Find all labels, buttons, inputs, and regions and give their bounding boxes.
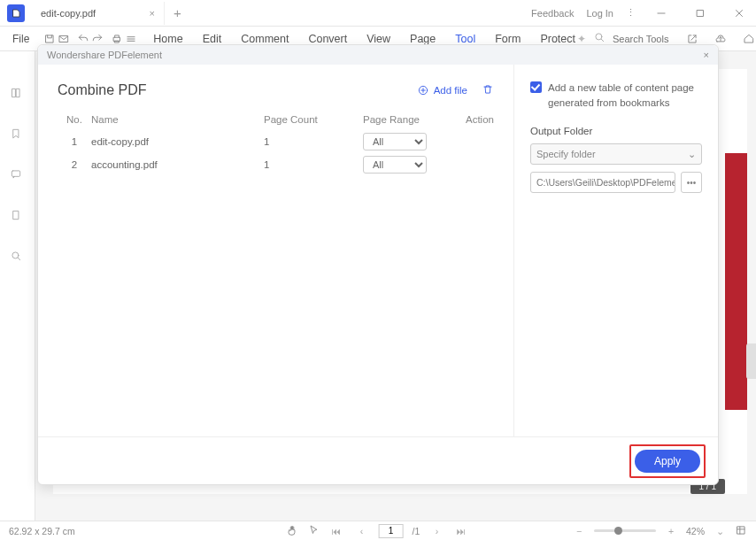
browse-button[interactable]: ••• (681, 172, 702, 193)
titlebar: edit-copy.pdf × + Feedback Log In ⋮ (0, 0, 756, 27)
feedback-link[interactable]: Feedback (531, 8, 574, 19)
delete-button[interactable] (482, 83, 494, 98)
col-name: Name (91, 114, 264, 125)
comment-icon[interactable] (10, 168, 26, 184)
menu-home[interactable]: Home (153, 33, 182, 45)
minimize-button[interactable] (648, 0, 675, 27)
cell-no: 2 (58, 159, 91, 170)
dialog-title: Combine PDF (58, 82, 146, 98)
table-row[interactable]: 1 edit-copy.pdf 1 All (58, 130, 494, 153)
cell-pagecount: 1 (264, 136, 363, 147)
output-folder-select[interactable]: Specify folder ⌄ (530, 143, 702, 165)
combine-pdf-dialog: Wondershare PDFelement × Combine PDF Add… (37, 44, 719, 485)
kebab-icon[interactable]: ⋮ (626, 7, 636, 19)
document-tab[interactable]: edit-copy.pdf × (32, 2, 165, 25)
svg-rect-7 (12, 171, 19, 176)
menu-protect[interactable]: Protect (540, 33, 575, 45)
left-rail (0, 51, 35, 521)
select-tool-icon[interactable] (308, 524, 320, 538)
statusbar: 62.92 x 29.7 cm ⏮ ‹ /1 › ⏭ − + 42% ⌄ (0, 521, 756, 540)
menu-edit[interactable]: Edit (203, 33, 222, 45)
svg-rect-8 (13, 211, 19, 219)
tab-label: edit-copy.pdf (41, 8, 96, 19)
apply-highlight: Apply (629, 444, 706, 478)
tab-close-icon[interactable]: × (150, 8, 155, 19)
file-menu[interactable]: File (5, 33, 36, 45)
cell-pagecount: 1 (264, 159, 363, 170)
cell-no: 1 (58, 136, 91, 147)
login-link[interactable]: Log In (586, 8, 613, 19)
svg-rect-3 (114, 37, 120, 41)
app-icon (7, 4, 25, 22)
fit-page-icon[interactable] (735, 524, 747, 538)
first-page-button[interactable]: ⏮ (329, 526, 345, 536)
menu-comment[interactable]: Comment (241, 33, 289, 45)
find-icon[interactable] (10, 250, 26, 266)
page-dimensions: 62.92 x 29.7 cm (9, 526, 75, 536)
dialog-brand: Wondershare PDFelement (47, 50, 162, 60)
bookmark-icon[interactable] (10, 127, 26, 143)
last-page-button[interactable]: ⏭ (453, 526, 469, 536)
thumbnails-icon[interactable] (10, 87, 26, 103)
attachment-icon[interactable] (10, 209, 26, 225)
output-path-field[interactable]: C:\Users\Geili\Desktop\PDFelement\Cc (530, 172, 675, 193)
col-action: Action (466, 114, 494, 125)
add-file-label: Add file (434, 85, 467, 96)
col-no: No. (58, 114, 91, 125)
home-icon[interactable] (738, 28, 756, 50)
add-file-button[interactable]: Add file (417, 84, 467, 96)
chevron-down-icon: ⌄ (688, 149, 696, 160)
svg-point-9 (12, 252, 18, 258)
cell-name: accounting.pdf (91, 159, 264, 170)
prev-page-button[interactable]: ‹ (354, 526, 370, 536)
menu-tool[interactable]: Tool (455, 33, 475, 45)
col-pagerange: Page Range (363, 114, 466, 125)
zoom-in-button[interactable]: + (663, 526, 679, 536)
new-tab-button[interactable]: + (165, 5, 190, 20)
zoom-slider[interactable] (594, 529, 656, 532)
side-panel-toggle[interactable] (746, 343, 756, 379)
svg-point-4 (596, 34, 602, 40)
toc-checkbox[interactable] (530, 81, 542, 93)
apply-button[interactable]: Apply (635, 450, 700, 473)
menu-page[interactable]: Page (410, 33, 436, 45)
table-row[interactable]: 2 accounting.pdf 1 All (58, 153, 494, 176)
zoom-out-button[interactable]: − (571, 526, 587, 536)
hand-tool-icon[interactable] (287, 524, 299, 538)
toc-checkbox-label: Add a new table of content page generate… (548, 81, 702, 110)
page-range-select[interactable]: All (363, 133, 427, 150)
menu-form[interactable]: Form (495, 33, 521, 45)
page-input[interactable] (379, 524, 404, 538)
wand-icon[interactable]: ✦ (577, 33, 586, 45)
svg-rect-6 (16, 89, 19, 96)
next-page-button[interactable]: › (428, 526, 444, 536)
close-window-button[interactable] (726, 0, 752, 27)
page-range-select[interactable]: All (363, 156, 427, 174)
menu-view[interactable]: View (366, 33, 390, 45)
maximize-button[interactable] (687, 0, 714, 27)
svg-rect-1 (46, 35, 53, 42)
col-pagecount: Page Count (264, 114, 363, 125)
svg-rect-11 (737, 526, 744, 533)
svg-rect-5 (12, 89, 14, 96)
zoom-dropdown-icon[interactable]: ⌄ (712, 526, 728, 536)
page-total: /1 (413, 526, 420, 536)
search-input[interactable] (613, 34, 675, 44)
output-folder-value: Specify folder (536, 149, 596, 159)
svg-rect-0 (698, 10, 704, 16)
menu-convert[interactable]: Convert (308, 33, 347, 45)
dialog-close-icon[interactable]: × (704, 50, 709, 60)
output-folder-label: Output Folder (530, 126, 702, 136)
cell-name: edit-copy.pdf (91, 136, 264, 147)
zoom-value: 42% (686, 526, 705, 536)
